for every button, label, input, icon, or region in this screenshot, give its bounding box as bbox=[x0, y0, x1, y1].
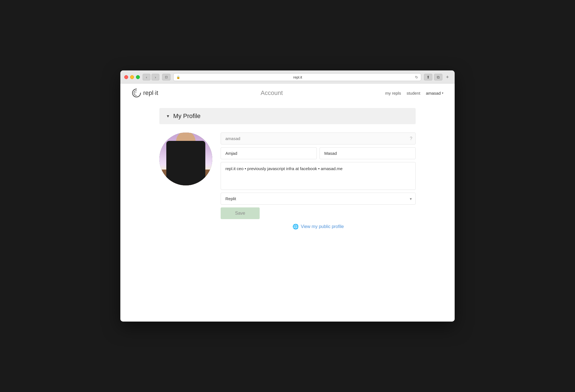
logo-text: repl·it bbox=[143, 89, 158, 97]
browser-window: ‹ › ⊡ 🔒 repl.it ↻ ⬆ ⧉ + bbox=[120, 70, 455, 322]
my-repls-link[interactable]: my repls bbox=[385, 91, 401, 95]
address-bar[interactable]: 🔒 repl.it ↻ bbox=[173, 73, 421, 81]
page-title: Account bbox=[261, 89, 283, 96]
browser-actions: ⬆ ⧉ + bbox=[424, 74, 451, 80]
first-name-input[interactable] bbox=[221, 147, 317, 159]
share-icon: ⬆ bbox=[427, 75, 430, 79]
profile-form: ? Replit None ▾ bbox=[221, 133, 416, 230]
username-wrapper: ? bbox=[221, 133, 416, 144]
refresh-button[interactable]: ↻ bbox=[415, 75, 418, 79]
maximize-button[interactable] bbox=[136, 75, 140, 79]
lock-icon: 🔒 bbox=[176, 75, 180, 79]
nav-center: Account bbox=[158, 89, 385, 97]
avatar[interactable] bbox=[159, 133, 212, 185]
last-name-input[interactable] bbox=[320, 147, 416, 159]
main-content: ▼ My Profile ? bbox=[120, 102, 455, 241]
site-nav: repl·it Account my repls student amasad … bbox=[120, 84, 455, 102]
public-profile-link[interactable]: 🌐 View my public profile bbox=[293, 224, 344, 230]
chevron-down-icon: ▾ bbox=[442, 91, 444, 95]
sidebar-toggle-button[interactable]: ⊡ bbox=[162, 74, 170, 80]
nav-buttons: ‹ › bbox=[143, 74, 159, 80]
section-toggle-icon[interactable]: ▼ bbox=[166, 114, 170, 118]
avatar-figure bbox=[166, 141, 205, 185]
name-row bbox=[221, 147, 416, 159]
help-icon[interactable]: ? bbox=[410, 136, 412, 141]
browser-chrome: ‹ › ⊡ 🔒 repl.it ↻ ⬆ ⧉ + bbox=[120, 70, 455, 84]
logo-dot: · bbox=[154, 89, 155, 96]
forward-button[interactable]: › bbox=[152, 74, 159, 80]
bio-input[interactable] bbox=[221, 162, 416, 190]
fullscreen-button[interactable]: ⧉ bbox=[434, 74, 442, 80]
logo-icon bbox=[131, 88, 142, 98]
save-button[interactable]: Save bbox=[221, 207, 260, 219]
org-select[interactable]: Replit None bbox=[221, 193, 416, 205]
url-text: repl.it bbox=[182, 75, 413, 79]
close-button[interactable] bbox=[124, 75, 128, 79]
username-label: amasad bbox=[426, 91, 441, 95]
section-title: My Profile bbox=[173, 112, 201, 120]
sidebar-icon: ⊡ bbox=[165, 75, 168, 79]
fullscreen-icon: ⧉ bbox=[437, 75, 440, 80]
forward-icon: › bbox=[155, 75, 156, 79]
public-profile-label: View my public profile bbox=[301, 224, 344, 229]
student-link[interactable]: student bbox=[406, 91, 420, 95]
back-button[interactable]: ‹ bbox=[143, 74, 150, 80]
logo[interactable]: repl·it bbox=[131, 88, 158, 98]
traffic-lights bbox=[124, 75, 140, 79]
username-input[interactable] bbox=[221, 133, 416, 144]
section-header: ▼ My Profile bbox=[159, 108, 416, 124]
org-select-wrapper: Replit None ▾ bbox=[221, 193, 416, 205]
globe-icon: 🌐 bbox=[293, 224, 299, 230]
share-button[interactable]: ⬆ bbox=[424, 74, 432, 80]
newtab-icon: + bbox=[446, 74, 449, 80]
minimize-button[interactable] bbox=[130, 75, 134, 79]
back-icon: ‹ bbox=[146, 75, 147, 79]
page-content: repl·it Account my repls student amasad … bbox=[120, 84, 455, 322]
new-tab-button[interactable]: + bbox=[444, 74, 451, 80]
user-menu[interactable]: amasad ▾ bbox=[426, 91, 444, 95]
profile-area: ? Replit None ▾ bbox=[159, 133, 416, 230]
nav-links: my repls student amasad ▾ bbox=[385, 91, 444, 95]
